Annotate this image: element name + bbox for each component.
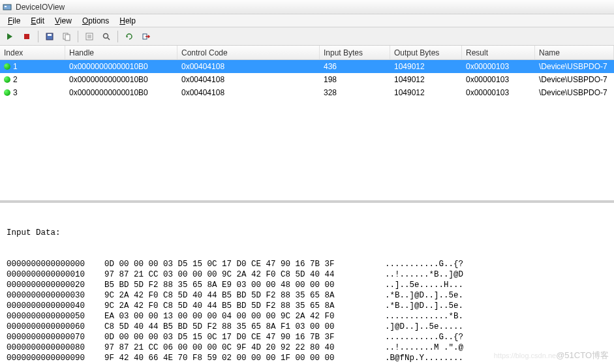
event-table: Index Handle Control Code Input Bytes Ou…: [0, 46, 614, 202]
menu-file[interactable]: File: [3, 15, 25, 27]
hex-line: 00000000000000309C 2A 42 F0 C8 5D 40 44 …: [7, 290, 611, 301]
status-dot-icon: [4, 63, 10, 70]
hex-bytes: 97 87 21 CC 06 00 00 00 0C 9F 4D 20 92 2…: [104, 342, 385, 353]
cell-ibytes: 436: [320, 60, 390, 73]
cell-handle: 0x00000000000010B0: [65, 86, 177, 99]
hex-title: Input Data:: [7, 228, 611, 238]
hex-offset: 0000000000000030: [7, 290, 104, 301]
separator: [78, 31, 78, 42]
hex-bytes: 0D 00 00 00 03 D5 15 0C 17 D0 CE 47 90 1…: [104, 332, 385, 342]
cell-handle: 0x00000000000010B0: [65, 60, 177, 73]
cell-index: 1: [0, 60, 65, 73]
table-body: 10x00000000000010B00x0040410843610490120…: [0, 60, 614, 99]
find-button[interactable]: [99, 29, 114, 44]
hex-bytes: 97 87 21 CC 03 00 00 00 9C 2A 42 F0 C8 5…: [104, 269, 385, 280]
hex-line: 000000000000008097 87 21 CC 06 00 00 00 …: [7, 342, 611, 353]
col-result[interactable]: Result: [462, 46, 535, 59]
hex-ascii: .............*B.: [385, 311, 611, 322]
col-handle[interactable]: Handle: [65, 46, 177, 59]
cell-obytes: 1049012: [390, 86, 462, 99]
hex-view: Input Data: 00000000000000000D 00 00 00 …: [0, 202, 614, 364]
hex-bytes: 9C 2A 42 F0 C8 5D 40 44 B5 BD 5D F2 88 3…: [104, 290, 385, 301]
table-row[interactable]: 10x00000000000010B00x0040410843610490120…: [0, 60, 614, 73]
menu-view[interactable]: View: [50, 15, 77, 27]
cell-result: 0x00000103: [462, 86, 535, 99]
hex-offset: 0000000000000000: [7, 259, 104, 269]
menubar: File Edit View Options Help: [0, 14, 614, 27]
cell-ibytes: 328: [320, 86, 390, 99]
cell-code: 0x00404108: [177, 86, 320, 99]
svg-rect-0: [3, 5, 11, 10]
cell-result: 0x00000103: [462, 73, 535, 86]
hex-offset: 0000000000000060: [7, 322, 104, 332]
status-dot-icon: [4, 76, 10, 83]
hex-bytes: 9F 42 40 66 4E 70 F8 59 02 00 00 00 1F 0…: [104, 353, 385, 363]
cell-obytes: 1049012: [390, 60, 462, 73]
table-row[interactable]: 20x00000000000010B00x0040410819810490120…: [0, 73, 614, 86]
cell-name: \Device\USBPDO-7: [535, 73, 614, 86]
copy-button[interactable]: [59, 29, 74, 44]
save-button[interactable]: [42, 29, 57, 44]
window-title: DeviceIOView: [16, 3, 65, 12]
refresh-button[interactable]: [122, 29, 136, 44]
hex-ascii: ..]..5e.....H...: [385, 280, 611, 290]
cell-handle: 0x00000000000010B0: [65, 73, 177, 86]
menu-edit[interactable]: Edit: [25, 15, 50, 27]
menu-help[interactable]: Help: [114, 15, 141, 27]
table-row[interactable]: 30x00000000000010B00x0040410832810490120…: [0, 86, 614, 99]
cell-code: 0x00404108: [177, 60, 320, 73]
hex-ascii: ...........G..{?: [385, 332, 611, 342]
col-obytes[interactable]: Output Bytes: [390, 46, 462, 59]
table-header: Index Handle Control Code Input Bytes Ou…: [0, 46, 614, 60]
hex-bytes: B5 BD 5D F2 88 35 65 8A E9 03 00 00 48 0…: [104, 280, 385, 290]
hex-offset: 0000000000000050: [7, 311, 104, 322]
cell-result: 0x00000103: [462, 60, 535, 73]
titlebar: DeviceIOView: [0, 0, 614, 14]
cell-obytes: 1049012: [390, 73, 462, 86]
svg-rect-5: [48, 34, 52, 36]
hex-bytes: 0D 00 00 00 03 D5 15 0C 17 D0 CE 47 90 1…: [104, 259, 385, 269]
status-dot-icon: [4, 89, 10, 96]
svg-rect-7: [65, 35, 70, 40]
svg-rect-1: [5, 6, 7, 7]
cell-code: 0x00404108: [177, 73, 320, 86]
menu-options[interactable]: Options: [77, 15, 114, 27]
play-button[interactable]: [3, 29, 17, 44]
hex-line: 00000000000000409C 2A 42 F0 C8 5D 40 44 …: [7, 301, 611, 311]
cell-name: \Device\USBPDO-7: [535, 86, 614, 99]
svg-line-13: [108, 38, 110, 40]
toolbar: [0, 27, 614, 46]
hex-ascii: .*B..]@D..]..5e.: [385, 290, 611, 301]
hex-ascii: ..!......*B..]@D: [385, 269, 611, 280]
hex-offset: 0000000000000040: [7, 301, 104, 311]
hex-bytes: EA 03 00 00 13 00 00 00 04 00 00 00 9C 2…: [104, 311, 385, 322]
hex-offset: 0000000000000090: [7, 353, 104, 363]
hex-offset: 0000000000000020: [7, 280, 104, 290]
svg-rect-3: [24, 34, 29, 39]
hex-line: 0000000000000060C8 5D 40 44 B5 BD 5D F2 …: [7, 322, 611, 332]
exit-button[interactable]: [139, 29, 153, 44]
col-index[interactable]: Index: [0, 46, 65, 59]
hex-bytes: 9C 2A 42 F0 C8 5D 40 44 B5 BD 5D F2 88 3…: [104, 301, 385, 311]
cell-ibytes: 198: [320, 73, 390, 86]
col-ibytes[interactable]: Input Bytes: [320, 46, 390, 59]
hex-ascii: .*B..]@D..]..5e.: [385, 301, 611, 311]
separator: [117, 31, 118, 42]
hex-offset: 0000000000000070: [7, 332, 104, 342]
hex-offset: 0000000000000010: [7, 269, 104, 280]
hex-line: 000000000000001097 87 21 CC 03 00 00 00 …: [7, 269, 611, 280]
col-code[interactable]: Control Code: [177, 46, 320, 59]
stop-button[interactable]: [20, 29, 34, 44]
properties-button[interactable]: [82, 29, 97, 44]
hex-line: 0000000000000050EA 03 00 00 13 00 00 00 …: [7, 311, 611, 322]
hex-line: 00000000000000000D 00 00 00 03 D5 15 0C …: [7, 259, 611, 269]
hex-ascii: ..!.......M .".@: [385, 342, 611, 353]
svg-point-12: [104, 33, 108, 38]
hex-ascii: .B@fNp.Y........: [385, 353, 611, 363]
col-name[interactable]: Name: [535, 46, 614, 59]
cell-name: \Device\USBPDO-7: [535, 60, 614, 73]
cell-index: 3: [0, 86, 65, 99]
separator: [38, 31, 38, 42]
app-icon: [3, 3, 12, 12]
hex-line: 0000000000000020B5 BD 5D F2 88 35 65 8A …: [7, 280, 611, 290]
